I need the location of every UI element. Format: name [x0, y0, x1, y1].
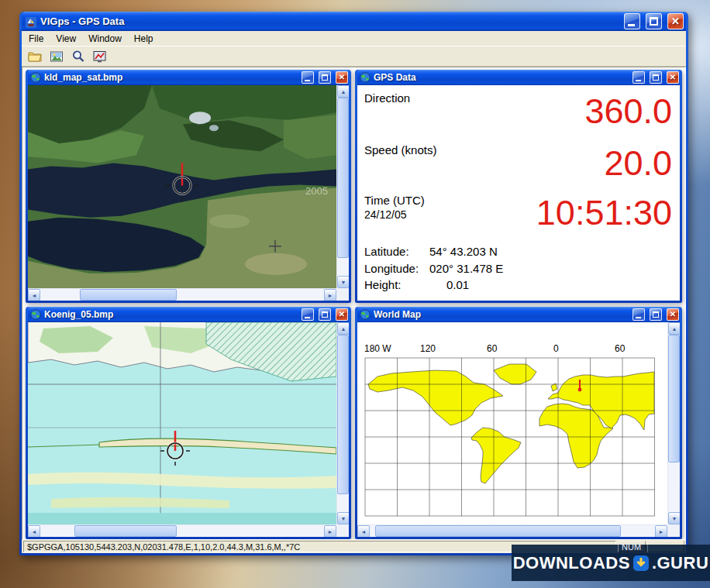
horizontal-scrollbar[interactable]: ◄ ►	[28, 524, 336, 537]
scroll-left-icon[interactable]: ◄	[28, 289, 40, 301]
height-row: Height:0.01	[364, 278, 469, 291]
window-gps-data: GPS Data ✕ Direction 360.0 Speed (knots)…	[355, 70, 682, 303]
app-titlebar[interactable]: VIGps - GPS Data ✕	[22, 12, 686, 31]
sat-map-content: 2005 ▲ ▼ ◄ ►	[28, 85, 349, 301]
horizontal-scrollbar[interactable]: ◄ ►	[28, 288, 336, 301]
menu-help[interactable]: Help	[128, 32, 160, 46]
watermark-text-left: DOWNLOADS	[513, 553, 630, 573]
chart-map-content: ▲ ▼ ◄ ►	[28, 322, 349, 537]
gps-data-titlebar[interactable]: GPS Data ✕	[357, 70, 680, 85]
lon-label-60e: 60	[615, 343, 625, 354]
scroll-right-icon[interactable]: ►	[324, 289, 336, 301]
app-window: VIGps - GPS Data ✕ File View Window Help	[19, 12, 688, 555]
direction-value: 360.0	[584, 94, 672, 129]
maximize-button[interactable]	[650, 308, 662, 321]
menu-bar: File View Window Help	[22, 31, 686, 46]
close-button[interactable]: ✕	[336, 308, 348, 321]
scroll-down-icon[interactable]: ▼	[337, 512, 349, 524]
scrollbar-thumb[interactable]	[337, 335, 349, 494]
direction-label: Direction	[364, 91, 410, 105]
scroll-right-icon[interactable]: ►	[655, 525, 667, 537]
close-button[interactable]: ✕	[667, 13, 684, 29]
sat-year-overlay: 2005	[305, 185, 328, 197]
scroll-left-icon[interactable]: ◄	[28, 525, 40, 537]
speed-label: Speed (knots)	[364, 143, 436, 156]
globe-icon	[30, 72, 41, 83]
globe-icon	[30, 309, 41, 320]
desktop: VIGps - GPS Data ✕ File View Window Help	[0, 0, 710, 588]
app-icon	[26, 16, 36, 27]
scrollbar-thumb[interactable]	[337, 98, 349, 258]
horizontal-scrollbar[interactable]: ◄ ►	[357, 524, 667, 537]
scroll-left-icon[interactable]: ◄	[357, 525, 370, 537]
app-body: File View Window Help	[22, 31, 686, 553]
status-panel-empty	[647, 541, 684, 552]
num-lock-indicator: NUM	[618, 541, 646, 552]
nmea-monitor-icon[interactable]	[90, 47, 109, 65]
menu-window[interactable]: Window	[82, 32, 128, 46]
scrollbar-thumb[interactable]	[80, 289, 176, 301]
scroll-right-icon[interactable]: ►	[324, 525, 336, 537]
lon-label-120: 120	[420, 343, 436, 354]
vertical-scrollbar[interactable]: ▲ ▼	[336, 322, 349, 524]
scrollbar-corner	[336, 288, 349, 301]
mdi-client-area: kld_map_sat.bmp ✕	[22, 67, 686, 540]
app-title: VIGps - GPS Data	[40, 15, 619, 27]
close-button[interactable]: ✕	[667, 308, 679, 321]
speed-value: 20.0	[604, 146, 672, 181]
world-map-titlebar[interactable]: World Map ✕	[357, 307, 680, 322]
globe-icon	[360, 72, 371, 83]
time-value: 10:51:30	[536, 195, 672, 230]
scroll-up-icon[interactable]: ▲	[668, 322, 680, 335]
scrollbar-corner	[667, 524, 680, 537]
lon-label-180w: 180 W	[364, 343, 391, 354]
sat-map-titlebar[interactable]: kld_map_sat.bmp ✕	[28, 70, 349, 85]
gps-data-content: Direction 360.0 Speed (knots) 20.0 Time …	[357, 85, 680, 301]
scrollbar-thumb[interactable]	[74, 525, 177, 537]
close-button[interactable]: ✕	[667, 71, 679, 84]
minimize-button[interactable]	[302, 308, 314, 321]
maximize-button[interactable]	[650, 71, 662, 84]
minimize-button[interactable]	[302, 71, 314, 84]
minimize-button[interactable]	[632, 71, 645, 84]
zoom-icon[interactable]	[68, 47, 88, 65]
longitude-row: Longitude:020° 31.478 E	[364, 262, 503, 275]
menu-file[interactable]: File	[22, 32, 50, 46]
lon-label-60w: 60	[487, 343, 497, 354]
toolbar	[22, 46, 686, 67]
image-view-icon[interactable]	[47, 47, 66, 65]
globe-icon	[360, 309, 371, 320]
window-title: GPS Data	[374, 72, 628, 83]
scroll-up-icon[interactable]: ▲	[337, 85, 349, 98]
download-arrow-icon	[632, 555, 650, 572]
close-button[interactable]: ✕	[336, 71, 348, 84]
date-value: 24/12/05	[364, 208, 407, 221]
menu-view[interactable]: View	[50, 32, 82, 46]
minimize-button[interactable]	[632, 308, 645, 321]
window-world-map: World Map ✕	[355, 307, 682, 539]
window-title: Koenig_05.bmp	[44, 309, 297, 320]
watermark-text-right: .GURU	[652, 553, 708, 573]
window-title: World Map	[374, 309, 628, 320]
window-sat-map: kld_map_sat.bmp ✕	[26, 70, 351, 303]
sat-map-image[interactable]: 2005	[28, 85, 336, 288]
scrollbar-thumb[interactable]	[375, 525, 620, 537]
vertical-scrollbar[interactable]: ▲ ▼	[667, 322, 680, 524]
world-map-content: 180 W 120 60 0 60 ▲ ▼ ◄	[357, 322, 680, 537]
maximize-button[interactable]	[319, 71, 331, 84]
scroll-down-icon[interactable]: ▼	[668, 512, 680, 524]
time-label: Time (UTC)	[364, 194, 425, 207]
maximize-button[interactable]	[319, 308, 331, 321]
world-map-image[interactable]: 180 W 120 60 0 60	[357, 322, 667, 524]
vertical-scrollbar[interactable]: ▲ ▼	[336, 85, 349, 288]
minimize-button[interactable]	[624, 13, 640, 29]
scrollbar-thumb[interactable]	[668, 335, 680, 462]
chart-map-titlebar[interactable]: Koenig_05.bmp ✕	[28, 307, 349, 322]
latitude-row: Latitude:54° 43.203 N	[364, 245, 498, 258]
chart-map-image[interactable]	[28, 322, 336, 524]
maximize-button[interactable]	[646, 13, 662, 29]
open-file-icon[interactable]	[25, 47, 44, 65]
scroll-down-icon[interactable]: ▼	[337, 276, 349, 288]
scroll-up-icon[interactable]: ▲	[337, 322, 349, 335]
window-title: kld_map_sat.bmp	[44, 72, 297, 83]
